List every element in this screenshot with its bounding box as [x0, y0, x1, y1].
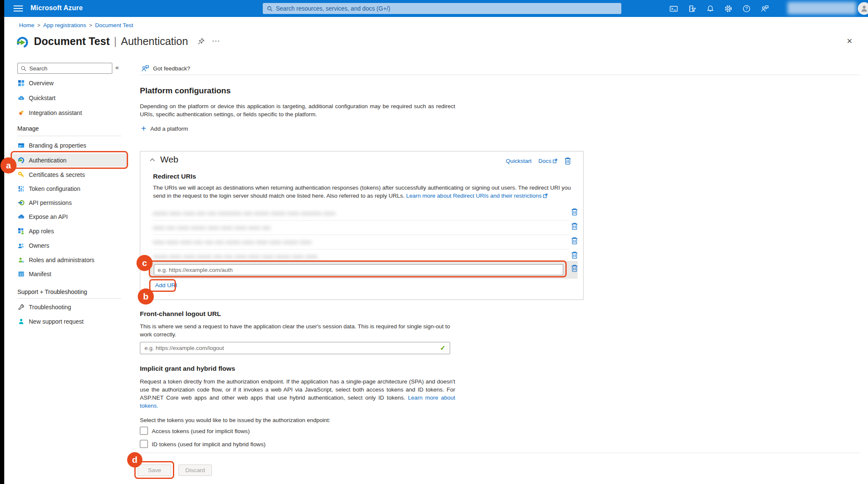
branding-icon: [17, 142, 25, 149]
breadcrumb-app-registrations[interactable]: App registrations: [43, 22, 86, 28]
redirect-uri-row[interactable]: xxxx xxx xxxx xxxxx xxxx xxxx xxxx xxxx …: [153, 221, 570, 235]
got-feedback-button[interactable]: Got feedback?: [141, 64, 190, 73]
close-blade-icon[interactable]: ×: [847, 36, 852, 47]
save-button[interactable]: Save: [138, 464, 171, 476]
delete-uri-trash-icon[interactable]: [571, 264, 578, 272]
sidebar-search-input[interactable]: [29, 65, 106, 72]
sidebar-search-box[interactable]: [17, 63, 112, 74]
sidebar-divider: [17, 298, 121, 299]
api-permissions-icon: [17, 199, 25, 206]
sidebar-item-label: API permissions: [29, 199, 72, 206]
redirect-uris-learn-more-link[interactable]: Learn more about Redirect URIs and their…: [406, 193, 542, 199]
add-a-platform-label: Add a platform: [150, 126, 188, 132]
select-tokens-label: Select the tokens you would like to be i…: [140, 416, 462, 424]
sidebar-item-owners[interactable]: Owners: [11, 239, 128, 252]
sidebar-item-new-support-request[interactable]: New support request: [11, 315, 128, 328]
delete-uri-trash-icon[interactable]: [571, 222, 578, 230]
delete-uri-trash-icon[interactable]: [571, 251, 578, 259]
delete-uri-trash-icon[interactable]: [571, 237, 578, 245]
sidebar-item-roles-administrators[interactable]: Roles and administrators: [11, 253, 128, 266]
add-uri-button[interactable]: Add URI: [155, 282, 177, 288]
breadcrumb: Home>App registrations>Document Test: [19, 22, 133, 28]
more-options-icon[interactable]: ...: [212, 34, 220, 44]
sidebar-item-troubleshooting[interactable]: Troubleshooting: [11, 300, 128, 313]
sidebar-item-expose-an-api[interactable]: Expose an API: [11, 210, 128, 223]
person-icon: [860, 4, 868, 13]
discard-button[interactable]: Discard: [178, 464, 212, 476]
sidebar-item-label: Certificates & secrets: [29, 171, 85, 178]
sidebar-item-app-roles[interactable]: App roles: [11, 224, 128, 238]
page-title-blade-name: Authentication: [121, 35, 188, 47]
docs-link[interactable]: Docs: [538, 158, 557, 164]
front-channel-logout-url-input[interactable]: [140, 342, 450, 354]
redirect-uri-row[interactable]: xxxxx xxxx xxxx xxx xxx xxxxxxxx xxx xxx…: [153, 206, 570, 220]
pin-icon[interactable]: [198, 38, 205, 45]
account-avatar[interactable]: [858, 2, 868, 15]
app-registration-logo-icon: [16, 36, 29, 49]
redirect-uris-heading: Redirect URIs: [153, 173, 196, 180]
web-platform-card: Web Quickstart Docs Redirect URIs The UR…: [140, 151, 584, 300]
page-title-app-name: Document Test: [34, 35, 110, 47]
roles-admin-icon: [17, 256, 25, 263]
redirect-uri-value-redacted: xxxxx xxxx xxxx xxxxx xxx xxx xxxx xxxx …: [153, 253, 343, 260]
azure-top-bar: Microsoft Azure ?: [4, 0, 868, 17]
sidebar-item-api-permissions[interactable]: API permissions: [11, 196, 128, 209]
quickstart-cloud-icon: [17, 94, 25, 101]
svg-text:?: ?: [746, 6, 748, 11]
help-icon[interactable]: ?: [743, 5, 751, 13]
settings-gear-icon[interactable]: [724, 5, 732, 13]
sidebar-item-token-configuration[interactable]: Token configuration: [11, 182, 128, 195]
sidebar-item-overview[interactable]: Overview: [11, 76, 128, 90]
svg-text:{ }: { }: [19, 272, 23, 276]
cloud-shell-icon[interactable]: [670, 5, 678, 13]
new-redirect-uri-input[interactable]: [154, 264, 563, 275]
global-search-bar[interactable]: [263, 3, 621, 14]
sidebar-item-label: Roles and administrators: [29, 257, 95, 263]
overview-grid-icon: [17, 79, 25, 87]
owners-people-icon: [17, 242, 25, 249]
got-feedback-label: Got feedback?: [153, 65, 190, 72]
rocket-icon: [17, 109, 25, 116]
sidebar-collapse-button[interactable]: «: [115, 64, 119, 71]
sidebar-divider: [17, 136, 121, 136]
page-title: Document Test|Authentication: [34, 35, 188, 48]
add-a-platform-button[interactable]: + Add a platform: [141, 125, 188, 132]
sidebar-item-integration-assistant[interactable]: Integration assistant: [11, 106, 128, 119]
directory-filter-icon[interactable]: [688, 5, 696, 13]
plus-icon: +: [141, 125, 146, 132]
redirect-uri-row[interactable]: xxxx xxxx xxxx xxx xxx xxx xxxxx xxxx xx…: [153, 235, 570, 249]
collapse-chevron-icon[interactable]: [150, 158, 155, 162]
sidebar-item-label: Branding & properties: [29, 142, 86, 149]
sidebar-item-label: Quickstart: [29, 95, 56, 101]
access-tokens-checkbox-label: Access tokens (used for implicit flows): [152, 428, 250, 434]
access-tokens-checkbox[interactable]: [140, 427, 148, 435]
sidebar-item-manifest[interactable]: { } Manifest: [11, 267, 128, 280]
quickstart-link[interactable]: Quickstart: [506, 158, 531, 164]
breadcrumb-document-test[interactable]: Document Test: [95, 22, 133, 28]
app-roles-icon: [17, 227, 25, 235]
sidebar-item-certificates-secrets[interactable]: Certificates & secrets: [11, 168, 128, 181]
breadcrumb-separator: >: [89, 22, 92, 28]
sidebar-item-authentication[interactable]: Authentication: [11, 154, 128, 167]
global-search-input[interactable]: [276, 5, 602, 12]
sidebar-item-label: Token configuration: [29, 185, 80, 192]
breadcrumb-home[interactable]: Home: [19, 22, 34, 28]
sidebar-item-branding-properties[interactable]: Branding & properties: [11, 139, 128, 152]
footer-divider: [140, 453, 860, 453]
redirect-uri-value-redacted: xxxx xxxx xxxx xxx xxx xxx xxxxx xxxx xx…: [153, 239, 336, 245]
azure-portal-page: Microsoft Azure ?: [0, 0, 868, 484]
feedback-icon[interactable]: [761, 5, 769, 13]
delete-uri-trash-icon[interactable]: [571, 208, 578, 216]
azure-brand[interactable]: Microsoft Azure: [31, 4, 83, 12]
front-channel-heading: Front-channel logout URL: [140, 310, 221, 318]
search-icon: [267, 6, 273, 11]
sidebar-item-quickstart[interactable]: Quickstart: [11, 91, 128, 104]
screen-edge-strip: [0, 0, 4, 484]
delete-platform-trash-icon[interactable]: [564, 157, 571, 165]
account-info-redacted[interactable]: [787, 2, 856, 14]
notifications-bell-icon[interactable]: [706, 5, 714, 13]
sidebar-item-label: Integration assistant: [29, 109, 82, 116]
implicit-grant-description: Request a token directly from the author…: [140, 378, 455, 410]
id-tokens-checkbox[interactable]: [140, 440, 148, 448]
hamburger-menu-icon[interactable]: [14, 6, 23, 11]
